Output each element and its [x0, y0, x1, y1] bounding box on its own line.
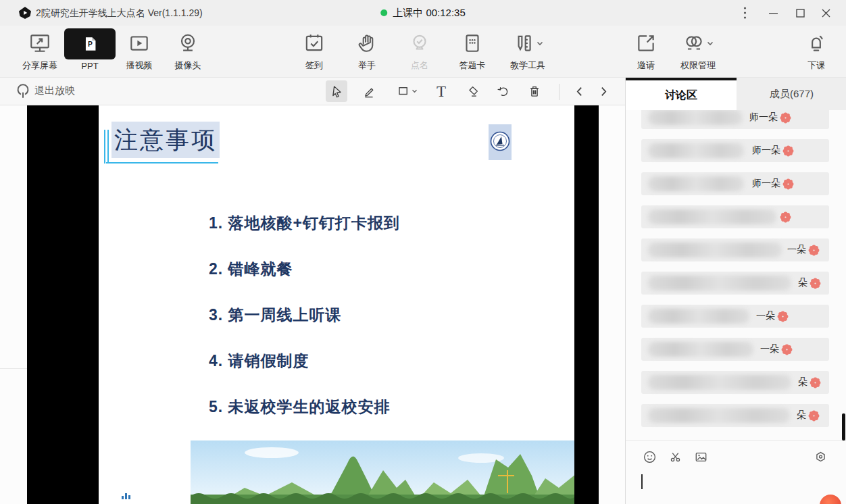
- chat-message: 一朵: [641, 305, 829, 328]
- chevron-right-icon: [600, 86, 607, 97]
- maximize-button[interactable]: [789, 3, 811, 23]
- title-underline: [106, 162, 218, 163]
- flower-icon: [808, 410, 820, 422]
- ppt-slide: 注意事项 1. 落地核酸+钉钉打卡报到2. 错峰就餐3. 第一周线上听课4. 请…: [99, 105, 574, 504]
- class-status: 上课中 00:12:35: [380, 0, 466, 26]
- share-screen-button[interactable]: 分享屏幕: [14, 28, 66, 76]
- chat-message-suffix: 师一朵: [752, 145, 780, 157]
- chat-message: [641, 205, 829, 228]
- chat-message-suffix: 一朵: [760, 343, 779, 355]
- slide-list-item: 4. 请销假制度: [209, 338, 400, 384]
- title-bar: 2院研究生开学线上大点名 Ver(1.1.1.29) 上课中 00:12:35: [0, 0, 846, 26]
- slide-list-item: 3. 第一周线上听课: [209, 292, 400, 338]
- camera-button[interactable]: 摄像头: [162, 28, 214, 76]
- chevron-down-icon: [537, 41, 543, 46]
- chat-text-input[interactable]: [626, 472, 846, 504]
- letterbox-left: [27, 105, 99, 504]
- invite-button[interactable]: 邀请: [620, 28, 672, 76]
- text-tool[interactable]: T: [430, 80, 452, 102]
- end-class-icon: [801, 28, 831, 58]
- shape-tool[interactable]: [391, 80, 421, 102]
- chat-message-list[interactable]: 师一朵 师一朵: [626, 110, 846, 440]
- sign-in-button[interactable]: 签到: [289, 28, 340, 76]
- censored-name: [648, 276, 791, 291]
- minimize-button[interactable]: [762, 3, 784, 23]
- chat-message-suffix: 一朵: [787, 244, 806, 256]
- chevron-down-icon: [412, 89, 418, 93]
- exit-presentation-icon: [16, 83, 30, 98]
- chat-message: 一朵: [641, 338, 829, 361]
- pen-icon: [361, 83, 377, 99]
- rectangle-icon: [395, 83, 412, 99]
- chevron-left-icon: [576, 86, 583, 97]
- delete-annotation-tool[interactable]: [524, 80, 545, 102]
- prev-slide-button[interactable]: [568, 80, 590, 102]
- chat-settings-icon[interactable]: [813, 449, 828, 464]
- flower-icon: [780, 112, 791, 124]
- status-dot: [380, 9, 387, 16]
- censored-name: [648, 110, 743, 125]
- censored-name: [648, 408, 790, 423]
- text-caret: [641, 474, 643, 489]
- chat-scrollbar[interactable]: [842, 413, 845, 440]
- censored-name: [648, 209, 776, 224]
- ppt-icon: P: [64, 28, 116, 59]
- tab-discussion[interactable]: 讨论区: [626, 78, 737, 110]
- flower-icon: [780, 211, 791, 223]
- screenshot-button[interactable]: [668, 449, 682, 464]
- flower-icon: [808, 245, 820, 256]
- teaching-tools-icon: [508, 28, 547, 58]
- censored-name: [648, 143, 744, 158]
- trash-icon: [526, 83, 543, 99]
- end-class-button[interactable]: 下课: [791, 28, 842, 76]
- sidebar: 讨论区 成员(677) 师一朵 师一朵: [625, 78, 846, 504]
- emoji-button[interactable]: [642, 449, 657, 464]
- teaching-tools-button[interactable]: 教学工具: [499, 28, 557, 76]
- mountain-landscape-image: [191, 440, 574, 504]
- answer-card-icon: [457, 28, 487, 58]
- undo-tool[interactable]: [493, 80, 514, 102]
- share-screen-icon: [25, 28, 55, 58]
- chat-message: 师一朵: [641, 139, 829, 162]
- raise-hand-button[interactable]: 举手: [341, 28, 393, 76]
- window-menu-icon[interactable]: [734, 3, 755, 23]
- presentation-bar: 退出放映 T: [0, 78, 625, 105]
- camera-icon: [173, 28, 203, 58]
- send-image-button[interactable]: [693, 449, 708, 464]
- chat-message-suffix: 一朵: [756, 310, 775, 322]
- chat-message-suffix: 朵: [798, 376, 807, 388]
- censored-name: [648, 375, 791, 390]
- ppt-button[interactable]: P PPT: [64, 28, 116, 76]
- roll-call-button: 点名: [394, 28, 445, 76]
- play-video-icon: [124, 28, 154, 58]
- chat-message: 朵: [641, 272, 829, 295]
- exit-presentation-button[interactable]: 退出放映: [16, 83, 75, 98]
- cursor-tool[interactable]: [326, 80, 347, 102]
- svg-text:P: P: [88, 41, 93, 48]
- next-slide-button[interactable]: [593, 80, 614, 102]
- flower-icon: [810, 278, 821, 289]
- eraser-tool[interactable]: [463, 80, 484, 102]
- tab-members[interactable]: 成员(677): [737, 78, 846, 110]
- censored-name: [648, 342, 753, 357]
- answer-card-button[interactable]: 答题卡: [447, 28, 498, 76]
- letterbox-right: [574, 105, 599, 504]
- chat-message: 朵: [641, 371, 829, 394]
- censored-name: [648, 176, 744, 191]
- invite-icon: [631, 28, 661, 58]
- pen-tool[interactable]: [358, 80, 380, 102]
- close-button[interactable]: [815, 3, 837, 23]
- chevron-down-icon: [707, 41, 714, 46]
- slide-bullet-list: 1. 落地核酸+钉钉打卡报到2. 错峰就餐3. 第一周线上听课4. 请销假制度5…: [209, 200, 400, 476]
- raise-hand-icon: [352, 28, 382, 58]
- permissions-button[interactable]: 权限管理: [669, 28, 727, 76]
- censored-name: [648, 309, 749, 324]
- eraser-icon: [466, 83, 482, 99]
- slide-list-item: 1. 落地核酸+钉钉打卡报到: [209, 200, 400, 246]
- chat-input-toolbar: [626, 440, 846, 472]
- play-video-button[interactable]: 播视频: [114, 28, 165, 76]
- sign-in-icon: [299, 28, 329, 58]
- slide-list-item: 5. 未返校学生的返校安排: [209, 384, 400, 430]
- roll-call-icon: [405, 28, 434, 58]
- main-toolbar: 分享屏幕 P PPT 播视频 摄像头 签到 举手: [0, 26, 846, 78]
